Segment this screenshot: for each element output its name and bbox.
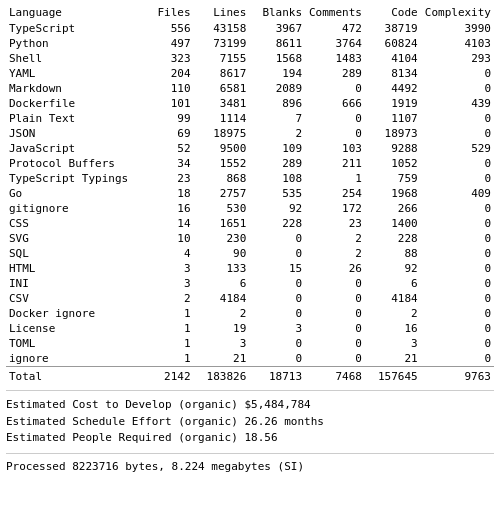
- table-row: TypeScript556431583967472387193990: [6, 21, 494, 36]
- cell-5: 2: [365, 306, 421, 321]
- cell-4: 211: [305, 156, 365, 171]
- total-cell-4: 7468: [305, 367, 365, 385]
- cell-2: 1651: [194, 216, 250, 231]
- total-cell-2: 183826: [194, 367, 250, 385]
- cell-6: 0: [421, 126, 494, 141]
- cell-6: 0: [421, 351, 494, 367]
- cell-3: 92: [249, 201, 305, 216]
- table-row: JSON691897520189730: [6, 126, 494, 141]
- cell-5: 1400: [365, 216, 421, 231]
- cell-0: Protocol Buffers: [6, 156, 138, 171]
- cell-1: 3: [138, 261, 194, 276]
- table-row: CSS1416512282314000: [6, 216, 494, 231]
- cell-2: 530: [194, 201, 250, 216]
- cell-1: 99: [138, 111, 194, 126]
- cell-3: 108: [249, 171, 305, 186]
- cell-1: 4: [138, 246, 194, 261]
- col-header-files: Files: [138, 4, 194, 21]
- cell-6: 0: [421, 201, 494, 216]
- cell-4: 3764: [305, 36, 365, 51]
- cell-4: 472: [305, 21, 365, 36]
- processed-line: Processed 8223716 bytes, 8.224 megabytes…: [6, 460, 494, 473]
- cell-3: 194: [249, 66, 305, 81]
- cell-5: 1052: [365, 156, 421, 171]
- table-row: HTML31331526920: [6, 261, 494, 276]
- cell-3: 289: [249, 156, 305, 171]
- cell-3: 896: [249, 96, 305, 111]
- cell-2: 6581: [194, 81, 250, 96]
- cell-6: 0: [421, 336, 494, 351]
- cell-1: 1: [138, 306, 194, 321]
- cell-4: 0: [305, 336, 365, 351]
- table-row: gitignore16530921722660: [6, 201, 494, 216]
- cell-5: 759: [365, 171, 421, 186]
- cell-4: 23: [305, 216, 365, 231]
- cell-0: Python: [6, 36, 138, 51]
- cell-3: 2089: [249, 81, 305, 96]
- table-row: JavaScript5295001091039288529: [6, 141, 494, 156]
- cell-0: CSS: [6, 216, 138, 231]
- col-header-blanks: Blanks: [249, 4, 305, 21]
- cell-2: 8617: [194, 66, 250, 81]
- cell-0: JSON: [6, 126, 138, 141]
- cell-0: YAML: [6, 66, 138, 81]
- cell-4: 1483: [305, 51, 365, 66]
- cell-5: 6: [365, 276, 421, 291]
- cell-0: SVG: [6, 231, 138, 246]
- cell-5: 88: [365, 246, 421, 261]
- col-header-code: Code: [365, 4, 421, 21]
- cell-6: 0: [421, 291, 494, 306]
- table-row: Plain Text9911147011070: [6, 111, 494, 126]
- cell-6: 293: [421, 51, 494, 66]
- cell-1: 14: [138, 216, 194, 231]
- cell-4: 0: [305, 351, 365, 367]
- cell-6: 439: [421, 96, 494, 111]
- cell-0: JavaScript: [6, 141, 138, 156]
- cell-1: 16: [138, 201, 194, 216]
- cell-3: 535: [249, 186, 305, 201]
- cell-3: 109: [249, 141, 305, 156]
- cell-3: 3967: [249, 21, 305, 36]
- cell-0: TypeScript Typings: [6, 171, 138, 186]
- cell-2: 21: [194, 351, 250, 367]
- cell-5: 4184: [365, 291, 421, 306]
- cell-6: 0: [421, 81, 494, 96]
- cell-1: 1: [138, 336, 194, 351]
- cell-0: SQL: [6, 246, 138, 261]
- cell-3: 3: [249, 321, 305, 336]
- col-header-lines: Lines: [194, 4, 250, 21]
- cell-3: 0: [249, 306, 305, 321]
- col-header-language: Language: [6, 4, 138, 21]
- cell-6: 0: [421, 66, 494, 81]
- cell-6: 0: [421, 171, 494, 186]
- cell-0: TOML: [6, 336, 138, 351]
- table-row: Go1827575352541968409: [6, 186, 494, 201]
- cell-6: 3990: [421, 21, 494, 36]
- cell-0: gitignore: [6, 201, 138, 216]
- cell-5: 228: [365, 231, 421, 246]
- cell-2: 2757: [194, 186, 250, 201]
- cell-3: 7: [249, 111, 305, 126]
- cell-3: 2: [249, 126, 305, 141]
- cell-3: 15: [249, 261, 305, 276]
- cell-2: 18975: [194, 126, 250, 141]
- cell-2: 3481: [194, 96, 250, 111]
- cell-0: Dockerfile: [6, 96, 138, 111]
- cell-1: 101: [138, 96, 194, 111]
- table-row: Dockerfile10134818966661919439: [6, 96, 494, 111]
- cell-2: 3: [194, 336, 250, 351]
- cell-2: 4184: [194, 291, 250, 306]
- cell-0: Shell: [6, 51, 138, 66]
- cell-6: 0: [421, 216, 494, 231]
- table-row: License11930160: [6, 321, 494, 336]
- table-row: Markdown11065812089044920: [6, 81, 494, 96]
- cell-2: 133: [194, 261, 250, 276]
- cell-6: 0: [421, 321, 494, 336]
- stats-table: LanguageFilesLinesBlanksCommentsCodeComp…: [6, 4, 494, 384]
- cell-2: 230: [194, 231, 250, 246]
- cell-2: 6: [194, 276, 250, 291]
- people-line: Estimated People Required (organic) 18.5…: [6, 430, 494, 447]
- cell-1: 323: [138, 51, 194, 66]
- cell-4: 103: [305, 141, 365, 156]
- total-cell-1: 2142: [138, 367, 194, 385]
